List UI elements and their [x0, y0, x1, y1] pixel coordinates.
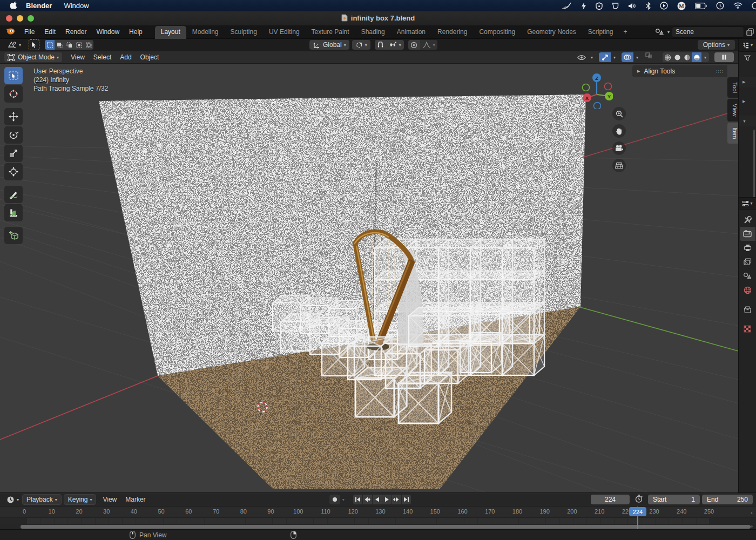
- select-box-tool[interactable]: [4, 67, 23, 84]
- tab-texture-paint[interactable]: Texture Paint: [306, 26, 355, 39]
- tab-viewlayer-properties[interactable]: [740, 255, 755, 269]
- panel-drag-dots[interactable]: ::::: [716, 69, 724, 74]
- user-badge-icon[interactable]: M: [677, 2, 686, 10]
- apple-menu-icon[interactable]: [8, 2, 19, 10]
- tab-render-properties[interactable]: [740, 227, 755, 241]
- region-collapse-icon[interactable]: ‹: [751, 509, 753, 516]
- tab-animation[interactable]: Animation: [391, 26, 431, 39]
- tab-collection-properties[interactable]: [740, 302, 755, 316]
- prev-keyframe-button[interactable]: [363, 495, 372, 504]
- next-keyframe-button[interactable]: [392, 495, 401, 504]
- select-mode-extend[interactable]: [55, 40, 64, 50]
- proportional-toggle[interactable]: [408, 40, 420, 50]
- snap-toggle[interactable]: [375, 40, 387, 50]
- macos-menu-window[interactable]: Window: [64, 2, 89, 10]
- security-icon[interactable]: [596, 2, 603, 10]
- jump-start-button[interactable]: [353, 495, 362, 504]
- camera-view-button[interactable]: [612, 141, 626, 155]
- battery-icon[interactable]: [695, 3, 707, 9]
- play-reverse-button[interactable]: [373, 495, 382, 504]
- handoff-icon[interactable]: [561, 2, 572, 10]
- sidebar-tab-tool[interactable]: Tool: [727, 77, 738, 98]
- viewport-menu-view[interactable]: View: [66, 53, 89, 61]
- scale-tool[interactable]: [4, 145, 23, 162]
- select-mode-set[interactable]: [45, 40, 55, 50]
- align-tools-panel-header[interactable]: ▶ Align Tools ::::: [632, 65, 727, 77]
- current-frame-field[interactable]: 224: [591, 495, 630, 504]
- menu-render[interactable]: Render: [60, 25, 91, 38]
- wifi-icon[interactable]: [733, 2, 742, 9]
- tab-uv-editing[interactable]: UV Editing: [263, 26, 306, 39]
- timeline-channel[interactable]: [0, 518, 756, 524]
- end-frame-field[interactable]: End250: [702, 495, 753, 504]
- scene-browse-chevron[interactable]: ▾: [667, 30, 670, 35]
- shape-icon[interactable]: [612, 2, 619, 10]
- blender-logo-icon[interactable]: [5, 28, 15, 36]
- sidebar-tab-view[interactable]: View: [727, 99, 738, 122]
- mode-dropdown[interactable]: Object Mode ▾: [4, 52, 62, 62]
- use-preview-range-icon[interactable]: [635, 495, 643, 504]
- overlays-toggle[interactable]: ▾: [622, 52, 641, 62]
- tab-rendering[interactable]: Rendering: [431, 26, 473, 39]
- editor-type-button[interactable]: ▾: [4, 40, 24, 50]
- ortho-toggle-button[interactable]: [612, 159, 626, 172]
- shading-wireframe[interactable]: [663, 52, 672, 62]
- snap-target-dropdown[interactable]: ▾: [387, 40, 404, 50]
- timeline-editor-type-button[interactable]: ▾: [3, 495, 22, 504]
- select-mode-subtract[interactable]: [64, 40, 74, 50]
- minimize-button[interactable]: [17, 15, 23, 22]
- zoom-view-button[interactable]: [612, 107, 626, 120]
- properties-mode-chevron[interactable]: ▾: [750, 201, 752, 206]
- active-tool-button[interactable]: [29, 39, 39, 50]
- add-workspace-button[interactable]: +: [619, 26, 632, 39]
- orientation-dropdown[interactable]: Global ▾: [309, 40, 349, 50]
- charging-icon[interactable]: [581, 2, 586, 10]
- tab-compositing[interactable]: Compositing: [473, 26, 521, 39]
- add-cube-tool[interactable]: [4, 227, 23, 244]
- scene-canvas[interactable]: [0, 64, 738, 492]
- transform-tool[interactable]: [4, 163, 23, 180]
- auto-keying-chevron[interactable]: ▾: [342, 497, 345, 502]
- nav-gizmo[interactable]: Z X Y: [580, 68, 613, 109]
- timeline-marker-menu[interactable]: Marker: [121, 496, 150, 503]
- play-circle-icon[interactable]: [660, 2, 668, 10]
- new-scene-button[interactable]: [746, 28, 754, 36]
- control-center-icon[interactable]: [752, 2, 756, 10]
- app-menu-name[interactable]: Blender: [26, 2, 52, 10]
- tab-shading[interactable]: Shading: [355, 26, 391, 39]
- xray-toggle[interactable]: [645, 52, 657, 62]
- rotate-tool[interactable]: [4, 126, 23, 144]
- playback-menu[interactable]: Playback▾: [22, 494, 62, 505]
- measure-tool[interactable]: [4, 204, 23, 221]
- timeline-scrollbar[interactable]: [21, 525, 751, 529]
- menu-help[interactable]: Help: [124, 25, 147, 38]
- properties-editor-icon[interactable]: [742, 200, 750, 207]
- start-frame-field[interactable]: Start1: [648, 495, 700, 504]
- viewport-menu-object[interactable]: Object: [136, 53, 164, 61]
- tab-texture-properties[interactable]: [740, 322, 755, 336]
- tab-scripting[interactable]: Scripting: [582, 26, 619, 39]
- outliner-filter-button[interactable]: [739, 52, 756, 64]
- outliner-row-expanded[interactable]: ▼: [739, 116, 756, 126]
- outliner-scrollbar[interactable]: [753, 130, 755, 205]
- move-tool[interactable]: [4, 108, 23, 125]
- jump-end-button[interactable]: [402, 495, 411, 504]
- select-mode-intersect[interactable]: [84, 40, 93, 50]
- outliner-mode-chevron[interactable]: ▾: [751, 43, 753, 48]
- gizmos-toggle[interactable]: ▾: [599, 52, 618, 62]
- cursor-tool[interactable]: [4, 85, 23, 103]
- shading-rendered[interactable]: [692, 52, 701, 62]
- gizmo-y-neg[interactable]: [583, 84, 590, 91]
- shading-material[interactable]: [682, 52, 692, 62]
- falloff-dropdown[interactable]: ▾: [420, 40, 437, 50]
- menu-edit[interactable]: Edit: [39, 25, 60, 38]
- bluetooth-icon[interactable]: [646, 2, 651, 10]
- tab-output-properties[interactable]: [740, 241, 755, 255]
- annotate-tool[interactable]: [4, 186, 23, 203]
- outliner-row-collapsed-1[interactable]: ▶: [739, 77, 756, 87]
- menu-window[interactable]: Window: [91, 25, 124, 38]
- tab-tool-properties[interactable]: [740, 213, 755, 227]
- shading-dropdown[interactable]: ▾: [704, 55, 706, 60]
- select-mode-invert[interactable]: [74, 40, 84, 50]
- viewport-menu-add[interactable]: Add: [116, 53, 136, 61]
